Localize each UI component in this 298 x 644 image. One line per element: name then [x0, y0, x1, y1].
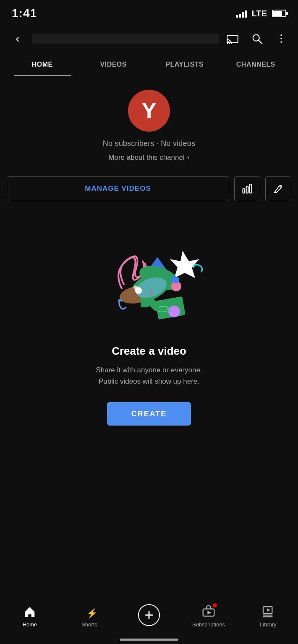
- svg-rect-8: [246, 186, 248, 193]
- create-description: Share it with anyone or everyone.Public …: [96, 364, 202, 387]
- nav-add[interactable]: [119, 602, 179, 626]
- svg-point-1: [227, 43, 228, 44]
- edit-icon: [272, 183, 284, 195]
- top-icons: [224, 30, 290, 47]
- tab-videos[interactable]: VIDEOS: [78, 53, 149, 76]
- lte-label: LTE: [252, 9, 267, 18]
- search-icon: [251, 33, 263, 44]
- svg-marker-31: [267, 608, 270, 612]
- create-button[interactable]: CREATE: [107, 402, 191, 426]
- create-title: Create a video: [112, 345, 186, 358]
- bottom-nav: Home ⚡ Shorts: [0, 598, 298, 644]
- svg-line-3: [259, 40, 262, 44]
- nav-shorts[interactable]: ⚡ Shorts: [60, 602, 119, 628]
- svg-point-6: [280, 41, 282, 43]
- signal-bars-icon: [236, 9, 247, 18]
- svg-text:⚡: ⚡: [86, 608, 96, 618]
- tab-home[interactable]: HOME: [7, 53, 78, 76]
- create-illustration: [90, 217, 208, 335]
- create-section: Create a video Share it with anyone or e…: [0, 209, 298, 426]
- svg-point-22: [133, 286, 138, 290]
- nav-subscriptions-label: Subscriptions: [192, 621, 225, 628]
- profile-section: Y No subscribers · No videos More about …: [0, 77, 298, 169]
- svg-rect-7: [243, 189, 245, 193]
- top-bar: ‹: [0, 25, 298, 52]
- cast-button[interactable]: [224, 30, 241, 47]
- channel-stats: No subscribers · No videos: [103, 139, 195, 148]
- svg-point-24: [168, 306, 180, 317]
- analytics-icon: [241, 183, 253, 195]
- edit-button[interactable]: [265, 176, 291, 201]
- tab-playlists[interactable]: PLAYLISTS: [149, 53, 220, 76]
- svg-marker-29: [207, 610, 211, 614]
- svg-point-5: [280, 38, 282, 39]
- manage-videos-button[interactable]: MANAGE VIDEOS: [7, 176, 229, 201]
- battery-icon: [272, 10, 286, 17]
- search-button[interactable]: [248, 30, 265, 47]
- back-button[interactable]: ‹: [8, 29, 27, 48]
- subscriptions-icon: [201, 604, 216, 619]
- nav-shorts-label: Shorts: [81, 621, 97, 628]
- add-icon: [143, 609, 155, 621]
- notification-dot: [213, 603, 217, 608]
- tab-channels[interactable]: CHANNELS: [220, 53, 292, 76]
- more-options-button[interactable]: [273, 30, 290, 47]
- svg-point-4: [280, 34, 282, 36]
- cast-icon: [227, 33, 238, 44]
- status-bar: 1:41 LTE: [0, 0, 298, 25]
- nav-home-label: Home: [23, 621, 37, 628]
- home-icon: [22, 604, 37, 619]
- svg-rect-9: [250, 184, 252, 193]
- channel-name-blurred: [32, 34, 219, 44]
- back-chevron-icon: ‹: [16, 33, 19, 44]
- nav-home[interactable]: Home: [0, 602, 60, 628]
- home-indicator: [120, 639, 178, 641]
- nav-subscriptions[interactable]: Subscriptions: [179, 602, 238, 628]
- channel-avatar: Y: [128, 90, 170, 132]
- chevron-right-icon: ›: [187, 153, 190, 162]
- library-icon: [261, 604, 276, 619]
- more-about-button[interactable]: More about this channel ›: [108, 153, 189, 162]
- action-buttons: MANAGE VIDEOS: [0, 169, 298, 209]
- channel-tabs: HOME VIDEOS PLAYLISTS CHANNELS: [0, 52, 298, 77]
- status-time: 1:41: [12, 7, 37, 20]
- add-button[interactable]: [138, 604, 160, 626]
- more-options-icon: [275, 33, 287, 44]
- nav-library-label: Library: [260, 621, 277, 628]
- more-about-label: More about this channel: [108, 153, 184, 162]
- status-icons: LTE: [236, 9, 286, 18]
- nav-library[interactable]: Library: [238, 602, 298, 628]
- shorts-icon: ⚡: [82, 604, 97, 619]
- analytics-button[interactable]: [234, 176, 260, 201]
- svg-marker-11: [170, 251, 199, 278]
